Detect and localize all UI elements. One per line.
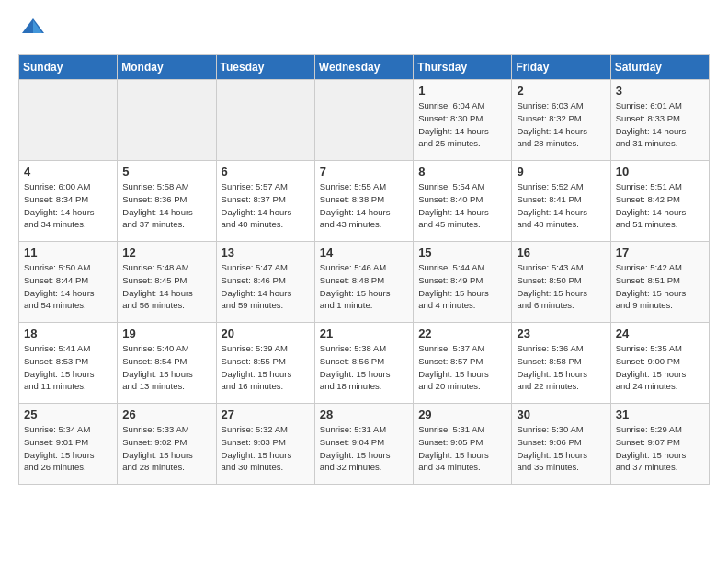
day-info: Sunrise: 5:41 AM Sunset: 8:53 PM Dayligh…	[24, 342, 112, 393]
day-info: Sunrise: 5:46 AM Sunset: 8:48 PM Dayligh…	[320, 261, 408, 312]
calendar-cell: 27Sunrise: 5:32 AM Sunset: 9:03 PM Dayli…	[216, 404, 314, 485]
day-number: 20	[222, 327, 310, 340]
day-info: Sunrise: 5:38 AM Sunset: 8:56 PM Dayligh…	[320, 342, 408, 393]
day-info: Sunrise: 5:47 AM Sunset: 8:46 PM Dayligh…	[222, 261, 310, 312]
day-number: 3	[616, 84, 704, 98]
day-info: Sunrise: 5:40 AM Sunset: 8:54 PM Dayligh…	[122, 342, 210, 393]
day-info: Sunrise: 5:48 AM Sunset: 8:45 PM Dayligh…	[122, 261, 210, 312]
calendar-cell: 19Sunrise: 5:40 AM Sunset: 8:54 PM Dayli…	[118, 323, 216, 404]
calendar-cell: 16Sunrise: 5:43 AM Sunset: 8:50 PM Dayli…	[512, 242, 610, 323]
day-number: 5	[122, 165, 210, 178]
calendar-cell: 20Sunrise: 5:39 AM Sunset: 8:55 PM Dayli…	[216, 323, 314, 404]
calendar-cell: 24Sunrise: 5:35 AM Sunset: 9:00 PM Dayli…	[610, 323, 709, 404]
day-number: 29	[418, 408, 506, 421]
calendar-cell: 30Sunrise: 5:30 AM Sunset: 9:06 PM Dayli…	[512, 404, 610, 485]
week-row-5: 25Sunrise: 5:34 AM Sunset: 9:01 PM Dayli…	[19, 404, 710, 485]
day-number: 24	[616, 327, 704, 340]
day-info: Sunrise: 5:29 AM Sunset: 9:07 PM Dayligh…	[616, 423, 704, 474]
day-number: 2	[517, 84, 605, 98]
calendar-cell: 28Sunrise: 5:31 AM Sunset: 9:04 PM Dayli…	[314, 404, 413, 485]
weekday-header-row: SundayMondayTuesdayWednesdayThursdayFrid…	[19, 55, 710, 80]
day-number: 1	[418, 84, 506, 98]
weekday-header-sunday: Sunday	[19, 55, 118, 80]
day-number: 31	[616, 408, 704, 421]
day-number: 27	[222, 408, 310, 421]
day-number: 19	[122, 327, 210, 340]
calendar-cell	[19, 80, 118, 161]
weekday-header-monday: Monday	[118, 55, 216, 80]
day-info: Sunrise: 5:50 AM Sunset: 8:44 PM Dayligh…	[24, 261, 112, 312]
day-number: 26	[122, 408, 210, 421]
day-info: Sunrise: 6:03 AM Sunset: 8:32 PM Dayligh…	[517, 99, 605, 150]
logo-icon	[20, 15, 46, 40]
calendar-cell: 3Sunrise: 6:01 AM Sunset: 8:33 PM Daylig…	[610, 80, 709, 161]
calendar-cell: 10Sunrise: 5:51 AM Sunset: 8:42 PM Dayli…	[610, 161, 709, 242]
weekday-header-tuesday: Tuesday	[216, 55, 314, 80]
day-info: Sunrise: 6:00 AM Sunset: 8:34 PM Dayligh…	[24, 180, 112, 231]
calendar-cell: 31Sunrise: 5:29 AM Sunset: 9:07 PM Dayli…	[610, 404, 709, 485]
weekday-header-thursday: Thursday	[414, 55, 512, 80]
week-row-4: 18Sunrise: 5:41 AM Sunset: 8:53 PM Dayli…	[19, 323, 710, 404]
day-number: 8	[418, 165, 506, 178]
calendar-cell: 18Sunrise: 5:41 AM Sunset: 8:53 PM Dayli…	[19, 323, 118, 404]
day-info: Sunrise: 5:42 AM Sunset: 8:51 PM Dayligh…	[616, 261, 704, 312]
day-number: 23	[517, 327, 605, 340]
day-number: 25	[24, 408, 112, 421]
calendar-cell: 4Sunrise: 6:00 AM Sunset: 8:34 PM Daylig…	[19, 161, 118, 242]
calendar-cell	[314, 80, 413, 161]
day-number: 7	[320, 165, 408, 178]
calendar-cell: 21Sunrise: 5:38 AM Sunset: 8:56 PM Dayli…	[314, 323, 413, 404]
calendar-cell: 5Sunrise: 5:58 AM Sunset: 8:36 PM Daylig…	[118, 161, 216, 242]
logo-text	[18, 15, 46, 45]
day-info: Sunrise: 5:33 AM Sunset: 9:02 PM Dayligh…	[122, 423, 210, 474]
day-info: Sunrise: 5:37 AM Sunset: 8:57 PM Dayligh…	[418, 342, 506, 393]
calendar-cell: 26Sunrise: 5:33 AM Sunset: 9:02 PM Dayli…	[118, 404, 216, 485]
day-number: 28	[320, 408, 408, 421]
day-info: Sunrise: 5:51 AM Sunset: 8:42 PM Dayligh…	[616, 180, 704, 231]
header	[18, 15, 710, 45]
page: SundayMondayTuesdayWednesdayThursdayFrid…	[0, 0, 728, 500]
weekday-header-wednesday: Wednesday	[314, 55, 413, 80]
calendar-cell: 22Sunrise: 5:37 AM Sunset: 8:57 PM Dayli…	[414, 323, 512, 404]
svg-marker-1	[33, 20, 42, 33]
calendar-cell: 9Sunrise: 5:52 AM Sunset: 8:41 PM Daylig…	[512, 161, 610, 242]
day-number: 21	[320, 327, 408, 340]
day-info: Sunrise: 5:55 AM Sunset: 8:38 PM Dayligh…	[320, 180, 408, 231]
day-number: 18	[24, 327, 112, 340]
day-number: 9	[517, 165, 605, 178]
day-info: Sunrise: 5:44 AM Sunset: 8:49 PM Dayligh…	[418, 261, 506, 312]
day-info: Sunrise: 5:34 AM Sunset: 9:01 PM Dayligh…	[24, 423, 112, 474]
day-number: 4	[24, 165, 112, 178]
day-info: Sunrise: 5:35 AM Sunset: 9:00 PM Dayligh…	[616, 342, 704, 393]
calendar-cell	[216, 80, 314, 161]
day-info: Sunrise: 5:39 AM Sunset: 8:55 PM Dayligh…	[222, 342, 310, 393]
calendar-table: SundayMondayTuesdayWednesdayThursdayFrid…	[18, 54, 710, 485]
day-info: Sunrise: 5:30 AM Sunset: 9:06 PM Dayligh…	[517, 423, 605, 474]
calendar-cell: 12Sunrise: 5:48 AM Sunset: 8:45 PM Dayli…	[118, 242, 216, 323]
day-number: 12	[122, 246, 210, 259]
day-info: Sunrise: 5:52 AM Sunset: 8:41 PM Dayligh…	[517, 180, 605, 231]
week-row-1: 1Sunrise: 6:04 AM Sunset: 8:30 PM Daylig…	[19, 80, 710, 161]
day-number: 6	[222, 165, 310, 178]
week-row-2: 4Sunrise: 6:00 AM Sunset: 8:34 PM Daylig…	[19, 161, 710, 242]
weekday-header-saturday: Saturday	[610, 55, 709, 80]
calendar-cell: 2Sunrise: 6:03 AM Sunset: 8:32 PM Daylig…	[512, 80, 610, 161]
day-info: Sunrise: 5:36 AM Sunset: 8:58 PM Dayligh…	[517, 342, 605, 393]
calendar-cell: 17Sunrise: 5:42 AM Sunset: 8:51 PM Dayli…	[610, 242, 709, 323]
calendar-cell: 23Sunrise: 5:36 AM Sunset: 8:58 PM Dayli…	[512, 323, 610, 404]
day-info: Sunrise: 5:57 AM Sunset: 8:37 PM Dayligh…	[222, 180, 310, 231]
calendar-cell: 13Sunrise: 5:47 AM Sunset: 8:46 PM Dayli…	[216, 242, 314, 323]
calendar-cell: 1Sunrise: 6:04 AM Sunset: 8:30 PM Daylig…	[414, 80, 512, 161]
day-number: 11	[24, 246, 112, 259]
calendar-cell: 29Sunrise: 5:31 AM Sunset: 9:05 PM Dayli…	[414, 404, 512, 485]
calendar-cell: 8Sunrise: 5:54 AM Sunset: 8:40 PM Daylig…	[414, 161, 512, 242]
day-info: Sunrise: 5:54 AM Sunset: 8:40 PM Dayligh…	[418, 180, 506, 231]
day-info: Sunrise: 5:31 AM Sunset: 9:05 PM Dayligh…	[418, 423, 506, 474]
week-row-3: 11Sunrise: 5:50 AM Sunset: 8:44 PM Dayli…	[19, 242, 710, 323]
calendar-cell: 6Sunrise: 5:57 AM Sunset: 8:37 PM Daylig…	[216, 161, 314, 242]
day-number: 17	[616, 246, 704, 259]
day-number: 30	[517, 408, 605, 421]
calendar-cell: 14Sunrise: 5:46 AM Sunset: 8:48 PM Dayli…	[314, 242, 413, 323]
day-info: Sunrise: 6:01 AM Sunset: 8:33 PM Dayligh…	[616, 99, 704, 150]
day-number: 22	[418, 327, 506, 340]
